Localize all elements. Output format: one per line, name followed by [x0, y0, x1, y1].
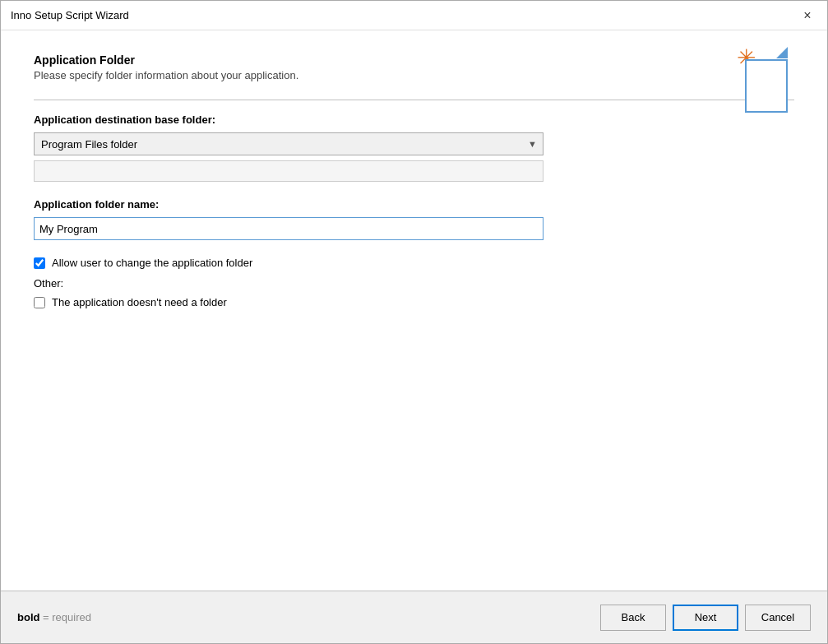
dialog-title: Inno Setup Script Wizard [11, 9, 129, 21]
no-folder-checkbox-row[interactable]: The application doesn't need a folder [34, 296, 794, 308]
title-bar: Inno Setup Script Wizard × [1, 1, 827, 30]
section-subtitle: Please specify folder information about … [34, 69, 794, 81]
cancel-button[interactable]: Cancel [745, 605, 811, 631]
no-folder-checkbox[interactable] [34, 297, 45, 308]
no-folder-label: The application doesn't need a folder [52, 296, 227, 308]
main-content: ✳ Application Folder Please specify fold… [1, 30, 827, 591]
footer: bold = required Back Next Cancel [1, 591, 827, 643]
folder-name-label: Application folder name: [34, 198, 794, 211]
divider [34, 100, 794, 100]
footer-legend: bold = required [17, 611, 91, 623]
other-label: Other: [34, 277, 794, 290]
back-button[interactable]: Back [600, 605, 666, 631]
dialog-window: Inno Setup Script Wizard × ✳ Application… [0, 0, 828, 644]
section-title: Application Folder [34, 53, 794, 67]
next-button[interactable]: Next [673, 605, 738, 631]
legend-bold: bold [17, 611, 39, 623]
file-icon: ✳ [737, 47, 794, 113]
close-button[interactable]: × [798, 6, 817, 25]
wizard-icon-area: ✳ [737, 47, 803, 121]
footer-buttons: Back Next Cancel [600, 605, 811, 631]
destination-label: Application destination base folder: [34, 114, 794, 126]
allow-change-label: Allow user to change the application fol… [52, 257, 252, 269]
checkboxes-area: Allow user to change the application fol… [34, 257, 794, 317]
destination-dropdown[interactable]: Program Files folder Custom [34, 132, 544, 155]
allow-change-checkbox[interactable] [34, 257, 45, 269]
destination-sub-input[interactable] [34, 160, 544, 182]
allow-change-checkbox-row[interactable]: Allow user to change the application fol… [34, 257, 794, 269]
content-area: ✳ Application Folder Please specify fold… [1, 30, 827, 591]
destination-field-group: Application destination base folder: Pro… [34, 114, 794, 182]
folder-name-field-group: Application folder name: [34, 198, 794, 240]
file-icon-body [745, 59, 788, 113]
file-icon-fold [776, 47, 788, 58]
section-header: Application Folder Please specify folder… [34, 53, 794, 81]
folder-name-input[interactable] [34, 217, 544, 240]
legend-text: = required [39, 611, 91, 623]
destination-dropdown-wrapper: Program Files folder Custom ▼ [34, 132, 544, 155]
